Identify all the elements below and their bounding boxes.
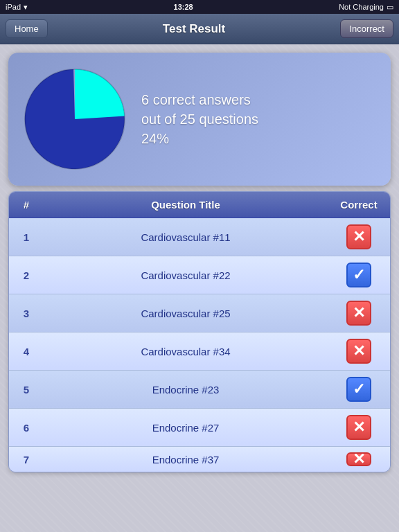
row-num-4: 4 — [9, 332, 44, 370]
row-num-1: 1 — [9, 218, 44, 256]
summary-card: 6 correct answers out of 25 questions 24… — [8, 53, 391, 186]
table-row: 5 Endocrine #23 ✓ — [9, 371, 390, 409]
table-row: 3 Cardiovascular #25 ✕ — [9, 294, 390, 332]
nav-bar: Home Test Result Incorrect — [0, 14, 399, 44]
row-title-6: Endocrine #27 — [44, 409, 328, 446]
table-header: # Question Title Correct — [9, 192, 390, 218]
table-row: 6 Endocrine #27 ✕ — [9, 409, 390, 447]
col-header-correct: Correct — [328, 192, 390, 218]
correct-icon-5: ✓ — [346, 377, 371, 402]
charging-label: Not Charging — [339, 3, 384, 11]
row-correct-6: ✕ — [328, 409, 390, 446]
row-correct-2: ✓ — [328, 256, 390, 294]
incorrect-icon-7: ✕ — [346, 452, 371, 466]
summary-line1: 6 correct answers — [141, 90, 258, 109]
correct-icon-2: ✓ — [346, 263, 371, 287]
status-bar: iPad ▾ 13:28 Not Charging ▭ — [0, 0, 399, 14]
incorrect-icon-3: ✕ — [346, 301, 371, 326]
col-header-num: # — [9, 192, 44, 218]
row-title-2: Cardiovascular #22 — [44, 256, 328, 294]
row-correct-1: ✕ — [328, 218, 390, 256]
carrier-label: iPad — [6, 3, 21, 11]
incorrect-icon-6: ✕ — [346, 415, 371, 440]
results-table: # Question Title Correct 1 Cardiovascula… — [8, 191, 391, 472]
summary-line3: 24% — [141, 129, 258, 148]
row-title-3: Cardiovascular #25 — [44, 294, 328, 332]
incorrect-icon-1: ✕ — [346, 224, 371, 249]
table-row: 1 Cardiovascular #11 ✕ — [9, 218, 390, 256]
row-num-5: 5 — [9, 371, 44, 408]
table-row: 4 Cardiovascular #34 ✕ — [9, 332, 390, 371]
row-num-2: 2 — [9, 256, 44, 294]
row-title-5: Endocrine #23 — [44, 371, 328, 408]
status-time: 13:28 — [174, 3, 193, 11]
battery-icon: ▭ — [387, 3, 393, 12]
row-correct-3: ✕ — [328, 294, 390, 332]
row-title-4: Cardiovascular #34 — [44, 332, 328, 370]
row-correct-5: ✓ — [328, 371, 390, 408]
row-title-7: Endocrine #37 — [44, 447, 328, 472]
nav-title: Test Result — [163, 22, 225, 36]
table-row: 2 Cardiovascular #22 ✓ — [9, 256, 390, 294]
row-title-1: Cardiovascular #11 — [44, 218, 328, 256]
pie-chart — [19, 64, 130, 175]
summary-line2: out of 25 questions — [141, 109, 258, 129]
status-left: iPad ▾ — [6, 3, 28, 12]
incorrect-icon-4: ✕ — [346, 339, 371, 364]
summary-text: 6 correct answers out of 25 questions 24… — [141, 90, 258, 148]
row-num-3: 3 — [9, 294, 44, 332]
col-header-title: Question Title — [44, 192, 328, 218]
wifi-icon: ▾ — [24, 3, 28, 12]
status-right: Not Charging ▭ — [339, 3, 393, 12]
row-correct-4: ✕ — [328, 332, 390, 370]
row-num-7: 7 — [9, 447, 44, 472]
incorrect-button[interactable]: Incorrect — [340, 19, 393, 38]
home-button[interactable]: Home — [6, 19, 48, 38]
table-row: 7 Endocrine #37 ✕ — [9, 447, 390, 472]
row-num-6: 6 — [9, 409, 44, 446]
row-correct-7: ✕ — [328, 447, 390, 472]
